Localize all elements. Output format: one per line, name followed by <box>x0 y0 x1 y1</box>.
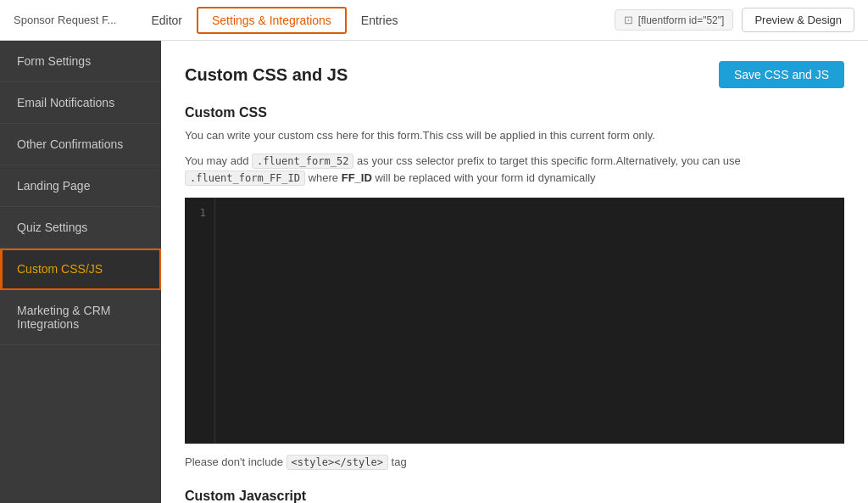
save-css-js-button[interactable]: Save CSS and JS <box>719 61 844 88</box>
main-header: Custom CSS and JS Save CSS and JS <box>185 61 844 88</box>
js-section: Custom Javascript Your additional JS cod… <box>185 489 844 503</box>
selector-note-1: You may add <box>185 154 248 167</box>
selector-note-4: will be replaced with your form id dynam… <box>375 171 595 184</box>
form-title: Sponsor Request F... <box>14 14 116 26</box>
sidebar-item-email-notifications[interactable]: Email Notifications <box>0 82 161 124</box>
nav-tabs: Editor Settings & Integrations Entries <box>136 7 412 34</box>
css-section: Custom CSS You can write your custom css… <box>185 105 844 468</box>
tab-editor[interactable]: Editor <box>136 8 197 33</box>
sidebar-item-marketing-crm[interactable]: Marketing & CRM Integrations <box>0 290 161 345</box>
sidebar-item-quiz-settings[interactable]: Quiz Settings <box>0 207 161 249</box>
selector-code-1: .fluent_form_52 <box>252 154 353 169</box>
sidebar: Form Settings Email Notifications Other … <box>0 41 161 503</box>
selector-ff-id: FF_ID <box>342 171 372 184</box>
sidebar-item-custom-css-js[interactable]: Custom CSS/JS <box>0 249 161 290</box>
top-nav: Sponsor Request F... Editor Settings & I… <box>0 0 868 41</box>
preview-design-button[interactable]: Preview & Design <box>742 8 854 32</box>
sidebar-item-landing-page[interactable]: Landing Page <box>0 165 161 207</box>
css-section-title: Custom CSS <box>185 105 844 120</box>
tab-entries[interactable]: Entries <box>347 8 413 33</box>
shortcode-badge: ⊡ [fluentform id="52"] <box>615 9 734 31</box>
style-warning-1: Please don't include <box>185 455 283 468</box>
style-tag: <style></style> <box>287 455 388 470</box>
main-content: Custom CSS and JS Save CSS and JS Custom… <box>161 41 868 503</box>
line-number-1: 1 <box>193 206 206 219</box>
shortcode-text: [fluentform id="52"] <box>638 14 725 26</box>
selector-note-2: as your css selector prefix to target th… <box>357 154 741 167</box>
selector-note: You may add .fluent_form_52 as your css … <box>185 153 844 188</box>
css-section-desc: You can write your custom css here for t… <box>185 127 844 144</box>
tab-settings-integrations[interactable]: Settings & Integrations <box>197 7 347 34</box>
selector-code-2: .fluent_form_FF_ID <box>185 170 305 186</box>
line-numbers: 1 <box>185 198 215 444</box>
layout: Form Settings Email Notifications Other … <box>0 41 868 503</box>
selector-note-3: where <box>309 171 338 184</box>
style-warning: Please don't include <style></style> tag <box>185 455 844 468</box>
js-section-title: Custom Javascript <box>185 489 844 503</box>
page-title: Custom CSS and JS <box>185 65 348 85</box>
style-warning-2: tag <box>392 455 407 468</box>
sidebar-item-form-settings[interactable]: Form Settings <box>0 41 161 82</box>
shortcode-icon: ⊡ <box>624 14 633 26</box>
css-textarea[interactable] <box>215 198 844 444</box>
css-code-editor: 1 <box>185 198 844 444</box>
nav-right: ⊡ [fluentform id="52"] Preview & Design <box>615 8 854 32</box>
sidebar-item-other-confirmations[interactable]: Other Confirmations <box>0 124 161 165</box>
